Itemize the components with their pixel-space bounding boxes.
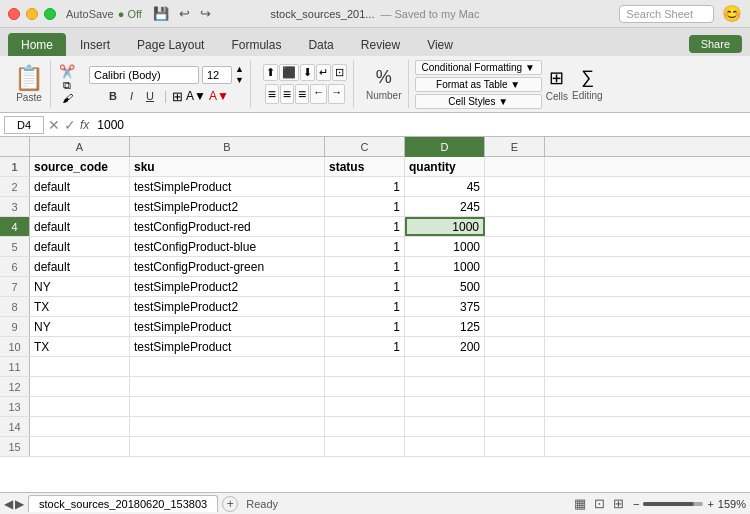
bold-button[interactable]: B (104, 88, 122, 104)
grid-cell-d5[interactable]: 1000 (405, 237, 485, 256)
grid-cell-b10[interactable]: testSimpleProduct (130, 337, 325, 356)
grid-cell-d6[interactable]: 1000 (405, 257, 485, 276)
grid-cell-c5[interactable]: 1 (325, 237, 405, 256)
grid-cell-a10[interactable]: TX (30, 337, 130, 356)
tab-page-layout[interactable]: Page Layout (124, 33, 217, 56)
tab-formulas[interactable]: Formulas (218, 33, 294, 56)
font-size-decrease[interactable]: ▼ (235, 75, 244, 86)
font-name-input[interactable] (89, 66, 199, 84)
save-icon[interactable]: 💾 (150, 5, 172, 22)
conditional-formatting-button[interactable]: Conditional Formatting ▼ (415, 60, 542, 75)
grid-cell-a13[interactable] (30, 397, 130, 416)
grid-cell-a6[interactable]: default (30, 257, 130, 276)
grid-cell-a3[interactable]: default (30, 197, 130, 216)
italic-button[interactable]: I (125, 88, 138, 104)
grid-cell-e7[interactable] (485, 277, 545, 296)
grid-cell-b5[interactable]: testConfigProduct-blue (130, 237, 325, 256)
grid-cell-e15[interactable] (485, 437, 545, 456)
grid-cell-b14[interactable] (130, 417, 325, 436)
row-number[interactable]: 7 (0, 277, 30, 296)
align-left-button[interactable]: ≡ (265, 84, 279, 104)
row-number[interactable]: 1 (0, 157, 30, 176)
page-layout-view-button[interactable]: ⊡ (591, 495, 608, 512)
tab-review[interactable]: Review (348, 33, 413, 56)
grid-cell-a11[interactable] (30, 357, 130, 376)
grid-cell-e13[interactable] (485, 397, 545, 416)
row-number[interactable]: 11 (0, 357, 30, 376)
cell-reference-input[interactable] (4, 116, 44, 134)
grid-cell-d15[interactable] (405, 437, 485, 456)
grid-cell-e8[interactable] (485, 297, 545, 316)
grid-cell-b12[interactable] (130, 377, 325, 396)
font-size-input[interactable] (202, 66, 232, 84)
wrap-text-button[interactable]: ↵ (316, 64, 331, 81)
grid-cell-b1[interactable]: sku (130, 157, 325, 176)
row-number[interactable]: 14 (0, 417, 30, 436)
grid-cell-c3[interactable]: 1 (325, 197, 405, 216)
nav-next[interactable]: ▶ (15, 497, 24, 511)
maximize-button[interactable] (44, 8, 56, 20)
grid-cell-c15[interactable] (325, 437, 405, 456)
grid-cell-a4[interactable]: default (30, 217, 130, 236)
minimize-button[interactable] (26, 8, 38, 20)
grid-cell-a1[interactable]: source_code (30, 157, 130, 176)
copy-icon[interactable]: ⧉ (63, 79, 71, 92)
grid-cell-e14[interactable] (485, 417, 545, 436)
grid-cell-d11[interactable] (405, 357, 485, 376)
col-header-b[interactable]: B (130, 137, 325, 157)
formula-input[interactable] (93, 118, 746, 132)
grid-cell-b3[interactable]: testSimpleProduct2 (130, 197, 325, 216)
redo-icon[interactable]: ↪ (197, 5, 214, 22)
grid-cell-e10[interactable] (485, 337, 545, 356)
grid-cell-d14[interactable] (405, 417, 485, 436)
grid-cell-d3[interactable]: 245 (405, 197, 485, 216)
grid-cell-d10[interactable]: 200 (405, 337, 485, 356)
grid-cell-b9[interactable]: testSimpleProduct (130, 317, 325, 336)
row-number[interactable]: 3 (0, 197, 30, 216)
border-icon[interactable]: ⊞ (172, 89, 183, 104)
add-sheet-button[interactable]: + (222, 496, 238, 512)
fill-color-icon[interactable]: A▼ (186, 89, 206, 103)
row-number[interactable]: 6 (0, 257, 30, 276)
grid-cell-c10[interactable]: 1 (325, 337, 405, 356)
grid-cell-c12[interactable] (325, 377, 405, 396)
align-middle-button[interactable]: ⬛ (279, 64, 299, 81)
nav-prev[interactable]: ◀ (4, 497, 13, 511)
grid-cell-a12[interactable] (30, 377, 130, 396)
tab-insert[interactable]: Insert (67, 33, 123, 56)
row-number[interactable]: 2 (0, 177, 30, 196)
grid-cell-d4[interactable]: 1000 (405, 217, 485, 236)
align-center-button[interactable]: ≡ (280, 84, 294, 104)
normal-view-button[interactable]: ▦ (571, 495, 589, 512)
percent-button[interactable]: % (376, 67, 392, 88)
align-top-button[interactable]: ⬆ (263, 64, 278, 81)
grid-cell-c2[interactable]: 1 (325, 177, 405, 196)
grid-cell-c13[interactable] (325, 397, 405, 416)
indent-increase-button[interactable]: → (328, 84, 345, 104)
underline-button[interactable]: U (141, 88, 159, 104)
zoom-plus[interactable]: + (707, 498, 713, 510)
align-bottom-button[interactable]: ⬇ (300, 64, 315, 81)
grid-cell-b11[interactable] (130, 357, 325, 376)
grid-cell-a2[interactable]: default (30, 177, 130, 196)
grid-cell-d8[interactable]: 375 (405, 297, 485, 316)
grid-cell-c7[interactable]: 1 (325, 277, 405, 296)
grid-cell-d9[interactable]: 125 (405, 317, 485, 336)
merge-center-button[interactable]: ⊡ (332, 64, 347, 81)
cell-styles-button[interactable]: Cell Styles ▼ (415, 94, 542, 109)
grid-cell-c14[interactable] (325, 417, 405, 436)
row-number[interactable]: 12 (0, 377, 30, 396)
grid-cell-c4[interactable]: 1 (325, 217, 405, 236)
zoom-slider[interactable] (643, 502, 703, 506)
grid-cell-b6[interactable]: testConfigProduct-green (130, 257, 325, 276)
grid-cell-a8[interactable]: TX (30, 297, 130, 316)
grid-cell-b7[interactable]: testSimpleProduct2 (130, 277, 325, 296)
row-number[interactable]: 10 (0, 337, 30, 356)
grid-cell-a5[interactable]: default (30, 237, 130, 256)
paste-button[interactable]: 📋 (14, 66, 44, 90)
grid-cell-a7[interactable]: NY (30, 277, 130, 296)
tab-data[interactable]: Data (295, 33, 346, 56)
grid-cell-a15[interactable] (30, 437, 130, 456)
align-right-button[interactable]: ≡ (295, 84, 309, 104)
grid-cell-e12[interactable] (485, 377, 545, 396)
